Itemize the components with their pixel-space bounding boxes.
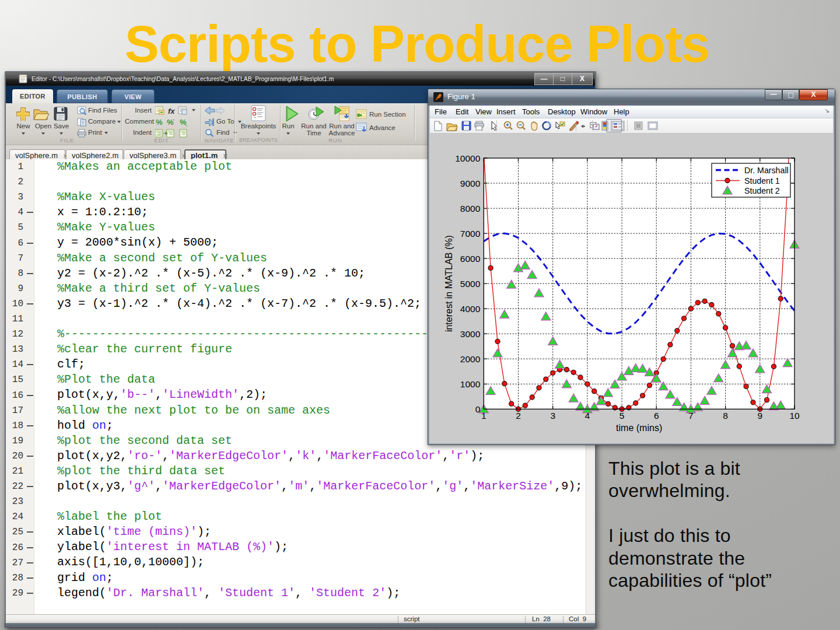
svg-text:9: 9 [757, 411, 762, 421]
svg-text:3: 3 [550, 411, 555, 421]
svg-text:10000: 10000 [455, 153, 480, 163]
svg-text:1000: 1000 [460, 379, 481, 389]
svg-text:5: 5 [620, 411, 625, 421]
svg-text:10: 10 [789, 411, 800, 421]
svg-text:7000: 7000 [460, 229, 481, 239]
svg-text:fx: fx [168, 107, 175, 116]
svg-text:%̣: %̣ [180, 118, 187, 127]
svg-text:8000: 8000 [460, 204, 481, 214]
svg-text:Dr. Marshall: Dr. Marshall [744, 166, 789, 175]
svg-text:8: 8 [723, 411, 728, 421]
svg-text:3000: 3000 [460, 329, 481, 339]
svg-text:interest in MATLAB (%): interest in MATLAB (%) [444, 235, 454, 332]
svg-text:6: 6 [654, 411, 659, 421]
svg-text:5000: 5000 [460, 279, 481, 289]
svg-text:6000: 6000 [460, 254, 481, 264]
svg-text:7: 7 [688, 411, 694, 421]
svg-text:0: 0 [475, 404, 481, 414]
svg-text:%̇: %̇ [167, 118, 174, 127]
svg-text:2: 2 [516, 411, 521, 421]
svg-text:9000: 9000 [460, 178, 481, 188]
svg-text:1: 1 [481, 411, 487, 421]
svg-text:Student 2: Student 2 [744, 186, 780, 195]
svg-text:4: 4 [585, 411, 590, 421]
svg-text:2000: 2000 [460, 354, 481, 364]
svg-text:4000: 4000 [460, 304, 481, 314]
svg-text:time (mins): time (mins) [616, 423, 662, 433]
svg-text:Student 1: Student 1 [744, 176, 780, 186]
svg-text:%: % [156, 118, 163, 127]
